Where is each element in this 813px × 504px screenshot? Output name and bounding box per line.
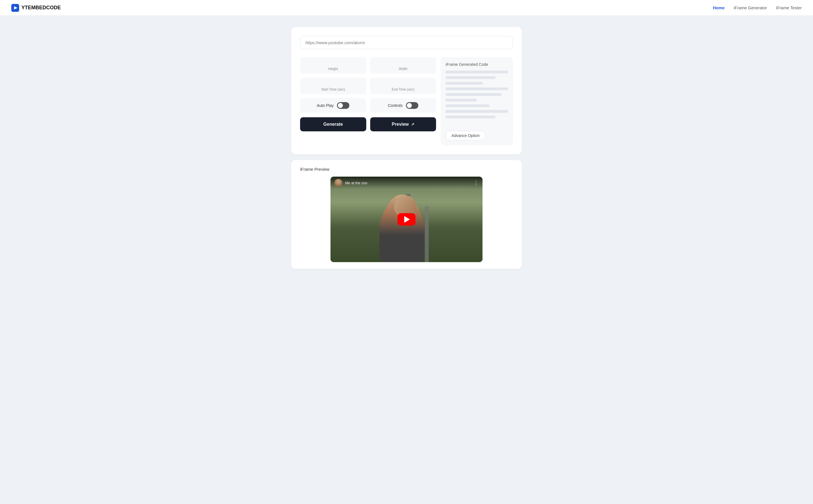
skeleton-7 xyxy=(446,104,489,107)
height-input[interactable]: 8px xyxy=(305,61,362,66)
controls-toggle-card: Controls xyxy=(370,98,436,113)
yt-bar: Me at the zoo ⋮ xyxy=(331,177,482,189)
navbar: YTEMBEDCODE Home iFrame Generator iFrame… xyxy=(0,0,813,16)
height-label: Height xyxy=(328,67,338,71)
yt-more-options[interactable]: ⋮ xyxy=(473,180,479,186)
width-field: 5px Width xyxy=(370,57,436,74)
yt-avatar xyxy=(334,179,342,187)
skeleton-8 xyxy=(446,110,508,113)
dimension-fields: 8px Height 5px Width 8px Start Time (sec… xyxy=(300,57,436,113)
autoplay-label: Auto Play xyxy=(317,103,334,108)
width-label: Width xyxy=(399,67,407,71)
logo-icon xyxy=(11,4,19,12)
video-wrapper: Me at the zoo ⋮ xyxy=(331,177,482,262)
start-time-input[interactable]: 8px xyxy=(305,82,362,86)
main-card: 8px Height 5px Width 8px Start Time (sec… xyxy=(291,27,522,154)
controls-track xyxy=(406,102,418,109)
skeleton-2 xyxy=(446,76,495,79)
skeleton-5 xyxy=(446,93,502,96)
nav-home[interactable]: Home xyxy=(713,5,725,10)
skeleton-9 xyxy=(446,116,495,118)
advance-option-button[interactable]: Advance Option xyxy=(446,131,486,140)
end-time-field: 8px End Time (sec) xyxy=(370,78,436,94)
preview-section: iFrame Preview Me at the zoo ⋮ xyxy=(291,160,522,269)
autoplay-toggle[interactable] xyxy=(337,102,349,109)
pole-3 xyxy=(425,206,429,262)
nav-links: Home iFrame Generator iFrame Tester xyxy=(713,5,802,10)
left-controls: 8px Height 5px Width 8px Start Time (sec… xyxy=(300,57,436,131)
play-icon xyxy=(404,216,410,223)
nav-iframe-tester[interactable]: iFrame Tester xyxy=(776,5,802,10)
autoplay-toggle-card: Auto Play xyxy=(300,98,366,113)
controls-thumb xyxy=(407,103,412,108)
video-thumbnail: Me at the zoo ⋮ xyxy=(331,177,482,262)
yt-video-title: Me at the zoo xyxy=(345,181,471,185)
start-time-field: 8px Start Time (sec) xyxy=(300,78,366,94)
buttons-row: Generate Preview ↗ xyxy=(300,117,436,131)
end-time-label: End Time (sec) xyxy=(392,87,414,91)
logo-link[interactable]: YTEMBEDCODE xyxy=(11,4,61,12)
start-time-label: Start Time (sec) xyxy=(321,87,345,91)
autoplay-thumb xyxy=(338,103,343,108)
external-link-icon: ↗ xyxy=(411,122,414,127)
advance-option-row: Advance Option xyxy=(446,131,508,140)
preview-title: iFrame Preview xyxy=(300,167,513,172)
iframe-code-title: iFrame Generated Code xyxy=(446,62,508,67)
end-time-input[interactable]: 8px xyxy=(375,82,432,86)
play-button[interactable] xyxy=(397,213,416,226)
url-input[interactable] xyxy=(300,36,513,49)
generate-button[interactable]: Generate xyxy=(300,117,366,131)
skeleton-1 xyxy=(446,71,508,73)
yt-avatar-inner xyxy=(334,179,342,187)
preview-button[interactable]: Preview ↗ xyxy=(370,117,436,131)
controls-label: Controls xyxy=(388,103,403,108)
iframe-code-panel: iFrame Generated Code Advance Option xyxy=(441,57,513,145)
skeleton-4 xyxy=(446,87,508,90)
main-wrapper: 8px Height 5px Width 8px Start Time (sec… xyxy=(286,27,527,269)
preview-label: Preview xyxy=(392,122,409,127)
skeleton-6 xyxy=(446,99,477,102)
brand-name: YTEMBEDCODE xyxy=(21,5,61,11)
skeleton-3 xyxy=(446,82,483,85)
controls-toggle[interactable] xyxy=(406,102,418,109)
autoplay-track xyxy=(337,102,349,109)
width-input[interactable]: 5px xyxy=(375,61,432,66)
nav-iframe-generator[interactable]: iFrame Generator xyxy=(734,5,767,10)
height-field: 8px Height xyxy=(300,57,366,74)
